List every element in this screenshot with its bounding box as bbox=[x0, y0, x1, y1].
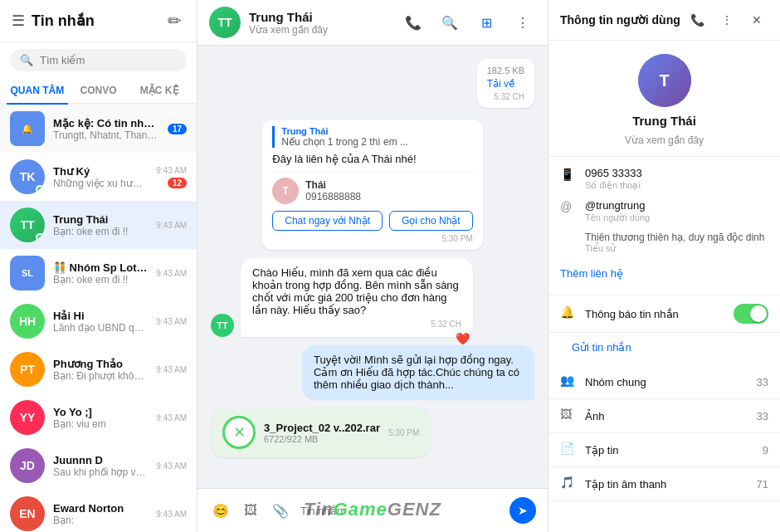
chat-meta: 9:43 AM bbox=[156, 510, 187, 519]
rp-status: Vừa xem gần đây bbox=[625, 134, 704, 146]
rp-row-left: 📄 Tập tin bbox=[560, 442, 619, 458]
files-label: Tập tin bbox=[585, 444, 619, 456]
search-icon: 🔍 bbox=[20, 54, 33, 66]
call-icon[interactable]: 📞 bbox=[400, 9, 427, 36]
quote-inner: Trung Thái Nếu chọn 1 trong 2 thì em ... bbox=[272, 126, 472, 148]
msg-time: 5:30 PM bbox=[272, 234, 472, 243]
files-icon: 📄 bbox=[560, 442, 577, 458]
more-icon[interactable]: ⋮ bbox=[509, 9, 536, 36]
chat-header: TT Trung Thái Vừa xem gần đây 📞 🔍 ⊞ ⋮ bbox=[197, 0, 548, 46]
groups-count: 33 bbox=[757, 376, 768, 388]
chat-time: 9:43 AM bbox=[156, 317, 187, 326]
chat-info: Thư Ký Những việc xu hướng hiện n... bbox=[53, 165, 148, 189]
send-message-section: Gửi tin nhắn bbox=[548, 333, 780, 365]
chat-meta: 17 bbox=[168, 124, 187, 134]
call-btn[interactable]: Gọi cho Nhật bbox=[389, 211, 473, 231]
chat-meta: 9:43 AM 12 bbox=[156, 166, 187, 188]
avatar: EN bbox=[10, 496, 45, 531]
list-item[interactable]: SL 🧑‍🤝‍🧑 Nhóm Sp Lotus Bạn: oke em đi !!… bbox=[0, 249, 197, 297]
quote-text: Nếu chọn 1 trong 2 thì em ... bbox=[281, 136, 472, 148]
rp-groups-row[interactable]: 👥 Nhóm chung 33 bbox=[548, 365, 780, 399]
chat-meta: 9:43 AM bbox=[156, 461, 187, 471]
list-item[interactable]: YY Yo Yo ;] Bạn: viu em 9:43 AM bbox=[0, 393, 197, 442]
chat-name: 🧑‍🤝‍🧑 Nhóm Sp Lotus bbox=[53, 261, 148, 274]
list-item[interactable]: EN Eward Norton Bạn: 9:43 AM bbox=[0, 490, 197, 532]
avatar: YY bbox=[10, 400, 45, 435]
chat-info: Juunnn D Sau khi phối hợp với Hà Đổ... bbox=[53, 454, 148, 478]
chat-preview: Bạn: bbox=[53, 515, 148, 526]
tab-convo[interactable]: CONVO bbox=[68, 78, 129, 103]
list-item[interactable]: TK Thư Ký Những việc xu hướng hiện n... … bbox=[0, 153, 197, 201]
chat-with-btn[interactable]: Chat ngay với Nhật bbox=[272, 211, 383, 231]
contact-actions: Chat ngay với Nhật Gọi cho Nhật bbox=[272, 211, 472, 231]
chat-info: Yo Yo ;] Bạn: viu em bbox=[53, 406, 148, 430]
file-download-link[interactable]: Tải về bbox=[487, 78, 514, 90]
quote-main-text: Đây là liên hệ của A Thái nhé! bbox=[272, 153, 472, 165]
send-message-link[interactable]: Gửi tin nhắn bbox=[560, 336, 768, 359]
notification-toggle[interactable] bbox=[734, 304, 768, 324]
contact-card: T Thái 0916888888 Chat ngay với Nhật Gọi… bbox=[272, 172, 472, 231]
tab-quan-tam[interactable]: QUAN TÂM bbox=[7, 78, 68, 103]
add-contact-link[interactable]: Thêm liên hệ bbox=[560, 262, 768, 285]
chat-main: TT Trung Thái Vừa xem gần đây 📞 🔍 ⊞ ⋮ 18… bbox=[197, 0, 548, 532]
list-item[interactable]: HH Hải Hi Lãnh đạo UBND quận Tham... 9:4… bbox=[0, 297, 197, 345]
search-input[interactable] bbox=[40, 54, 179, 66]
menu-icon[interactable]: ☰ bbox=[12, 12, 25, 30]
contact-avatar: T bbox=[272, 178, 299, 204]
rp-audio-row[interactable]: 🎵 Tập tin âm thanh 71 bbox=[548, 467, 780, 501]
rp-header: Thông tin người dùng 📞 ⋮ ✕ bbox=[548, 0, 780, 41]
list-item[interactable]: PT Phương Thảo Bạn: Đi phượt không? 9:43… bbox=[0, 345, 197, 393]
avatar: HH bbox=[10, 304, 45, 339]
chat-badge: 17 bbox=[168, 124, 187, 134]
heart-reaction: ❤️ bbox=[456, 332, 470, 345]
chat-preview: Bạn: oke em đi !! bbox=[53, 274, 148, 286]
tab-mac-ke[interactable]: MẶC KỆ bbox=[129, 78, 190, 103]
rp-call-icon[interactable]: 📞 bbox=[685, 8, 709, 32]
chat-name: Hải Hi bbox=[53, 310, 148, 322]
photos-label: Ảnh bbox=[585, 410, 604, 422]
chat-time: 9:43 AM bbox=[156, 413, 187, 422]
chat-header-avatar: TT bbox=[209, 7, 241, 38]
file-time: 5:32 CH bbox=[487, 92, 524, 101]
rp-profile: T Trung Thái Vừa xem gần đây bbox=[548, 41, 780, 157]
chat-meta: 9:43 AM bbox=[156, 269, 187, 278]
layout-icon[interactable]: ⊞ bbox=[473, 9, 500, 36]
search-icon[interactable]: 🔍 bbox=[436, 9, 463, 36]
chat-preview: Lãnh đạo UBND quận Tham... bbox=[53, 322, 148, 334]
rp-row-left: 🖼 Ảnh bbox=[560, 408, 604, 424]
send-button[interactable]: ➤ bbox=[509, 497, 536, 524]
msg-bubble-recv: Chào Hiếu, mình đã xem qua các điều khoả… bbox=[241, 258, 473, 337]
chat-name: Yo Yo ;] bbox=[53, 406, 148, 418]
rp-files-row[interactable]: 📄 Tập tin 9 bbox=[548, 433, 780, 467]
username-icon: @ bbox=[560, 200, 577, 217]
special-chat-item[interactable]: 🔔 Mặc kệ: Có tin nhắn mới Trungtt, Nhatn… bbox=[0, 105, 197, 153]
compose-icon[interactable]: ✏ bbox=[163, 10, 185, 32]
chat-input-bar: 😊 🖼 📎 ➤ bbox=[197, 488, 548, 532]
chat-header-name: Trung Thái bbox=[249, 10, 392, 24]
chat-preview: Bạn: oke em đi !! bbox=[53, 226, 148, 237]
sticker-icon[interactable]: 😊 bbox=[209, 499, 232, 522]
image-icon[interactable]: 🖼 bbox=[239, 499, 262, 522]
chat-info: Eward Norton Bạn: bbox=[53, 502, 148, 526]
rp-title: Thông tin người dùng bbox=[560, 13, 680, 27]
list-item[interactable]: TT Trung Thái Bạn: oke em đi !! 9:43 AM bbox=[0, 201, 197, 249]
msg-time: 5:32 CH bbox=[252, 320, 461, 329]
attach-icon[interactable]: 📎 bbox=[269, 499, 292, 522]
chat-preview: Bạn: Đi phượt không? bbox=[53, 370, 148, 382]
file-dl-name: 3_Project_02 v..202.rar bbox=[264, 422, 380, 434]
rp-field-content: 0965 33333 Số điện thoại bbox=[585, 167, 768, 191]
file-cancel-icon[interactable]: ✕ bbox=[222, 416, 256, 449]
rp-close-icon[interactable]: ✕ bbox=[745, 8, 768, 32]
bell-icon: 🔔 bbox=[560, 305, 577, 322]
message-input[interactable] bbox=[300, 505, 501, 517]
quote-author: Trung Thái bbox=[281, 126, 472, 136]
rp-phone-label: Số điện thoại bbox=[585, 180, 768, 191]
rp-photos-row[interactable]: 🖼 Ảnh 33 bbox=[548, 399, 780, 433]
rp-notification-row: 🔔 Thông báo tin nhắn bbox=[548, 295, 780, 333]
contact-name: Thái bbox=[305, 179, 361, 191]
list-item[interactable]: JD Juunnn D Sau khi phối hợp với Hà Đổ..… bbox=[0, 442, 197, 490]
avatar: TK bbox=[10, 159, 45, 194]
rp-name: Trung Thái bbox=[632, 114, 696, 128]
chat-meta: 9:43 AM bbox=[156, 365, 187, 374]
rp-more-icon[interactable]: ⋮ bbox=[715, 8, 739, 32]
